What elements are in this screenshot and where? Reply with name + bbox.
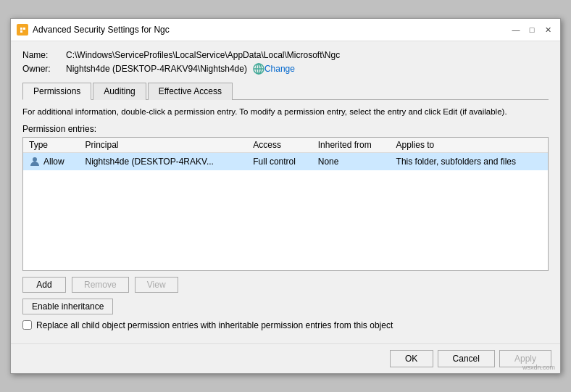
cancel-button[interactable]: Cancel [438, 350, 495, 367]
close-button[interactable]: ✕ [541, 23, 554, 36]
table-row[interactable]: Allow Nightsh4de (DESKTOP-4RAKV... Full … [23, 152, 548, 170]
cell-applies: This folder, subfolders and files [391, 152, 548, 170]
minimize-button[interactable]: — [509, 23, 522, 36]
section-label: Permission entries: [22, 124, 549, 134]
cell-principal: Nightsh4de (DESKTOP-4RAKV... [80, 152, 248, 170]
view-button[interactable]: View [135, 277, 178, 293]
table-action-buttons: Add Remove View [22, 277, 549, 293]
maximize-button[interactable]: □ [525, 23, 538, 36]
svg-point-8 [33, 157, 37, 162]
table-header-row: Type Principal Access Inherited from App… [23, 138, 548, 153]
name-value: C:\Windows\ServiceProfiles\LocalService\… [66, 50, 340, 60]
main-window: Advanced Security Settings for Ngc — □ ✕… [10, 18, 561, 373]
owner-value: Nightsh4de (DESKTOP-4RAKV94\Nightsh4de) [66, 64, 247, 74]
add-button[interactable]: Add [22, 277, 66, 293]
description-text: For additional information, double-click… [22, 106, 549, 117]
globe-icon [253, 63, 264, 75]
window-title: Advanced Security Settings for Ngc [33, 25, 509, 35]
svg-rect-2 [23, 28, 25, 30]
cell-type: Allow [23, 152, 80, 170]
tab-effective-access[interactable]: Effective Access [148, 83, 233, 100]
replace-checkbox-row: Replace all child object permission entr… [22, 320, 549, 330]
enable-inheritance-button[interactable]: Enable inheritance [22, 299, 113, 314]
svg-rect-1 [20, 28, 22, 30]
tab-auditing[interactable]: Auditing [93, 83, 146, 100]
replace-checkbox-label: Replace all child object permission entr… [36, 320, 393, 330]
col-type: Type [23, 138, 80, 153]
cell-inherited: None [312, 152, 391, 170]
col-principal: Principal [80, 138, 248, 153]
watermark: wsxdn.com [522, 364, 555, 371]
user-icon [29, 156, 41, 167]
cell-access: Full control [247, 152, 312, 170]
owner-label: Owner: [22, 64, 66, 74]
replace-checkbox[interactable] [22, 320, 32, 330]
window-icon [17, 24, 28, 36]
col-inherited: Inherited from [312, 138, 391, 153]
inheritance-row: Enable inheritance [22, 299, 549, 314]
window-controls: — □ ✕ [509, 23, 554, 36]
col-access: Access [247, 138, 312, 153]
permission-table-container: Type Principal Access Inherited from App… [22, 137, 549, 271]
name-label: Name: [22, 50, 66, 60]
permission-table: Type Principal Access Inherited from App… [23, 138, 548, 170]
remove-button[interactable]: Remove [72, 277, 129, 293]
change-link[interactable]: Change [264, 64, 295, 74]
owner-row: Owner: Nightsh4de (DESKTOP-4RAKV94\Night… [22, 63, 549, 75]
tab-permissions[interactable]: Permissions [22, 83, 91, 100]
content-area: Name: C:\Windows\ServiceProfiles\LocalSe… [11, 41, 560, 338]
ok-button[interactable]: OK [390, 350, 433, 367]
dialog-footer: OK Cancel Apply [11, 343, 560, 373]
title-bar: Advanced Security Settings for Ngc — □ ✕ [11, 19, 560, 41]
tabs-bar: Permissions Auditing Effective Access [22, 82, 549, 100]
col-applies: Applies to [391, 138, 548, 153]
svg-rect-3 [20, 30, 22, 33]
name-row: Name: C:\Windows\ServiceProfiles\LocalSe… [22, 50, 549, 60]
